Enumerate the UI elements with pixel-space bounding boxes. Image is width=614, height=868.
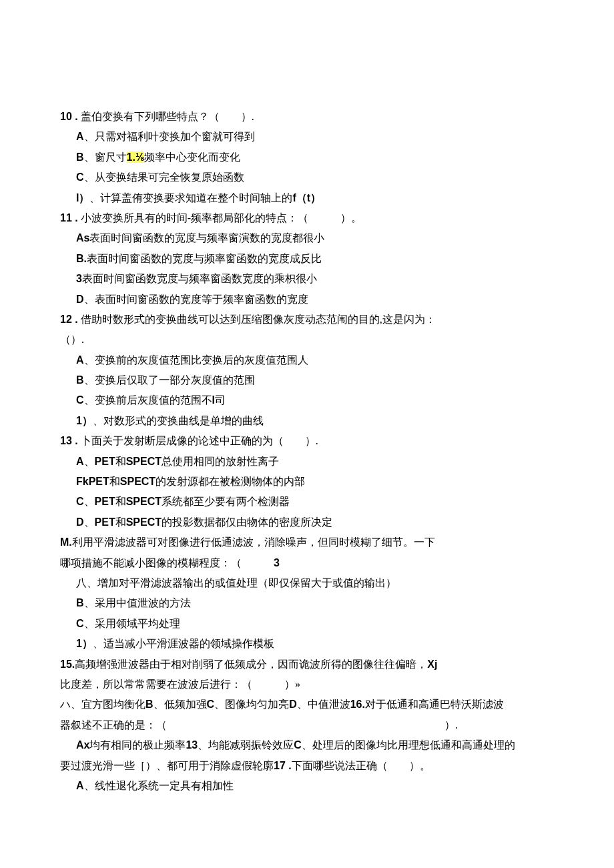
q11-option-c: 3表面时间窗函数宽度与频率窗函数宽度的乘枳很小 bbox=[60, 269, 554, 289]
q11-option-d: D、表面时间窗函数的宽度等于频率窗函数的宽度 bbox=[60, 290, 554, 310]
q14-stem-cont: 哪项措施不能减小图像的模糊程度：（ 3 bbox=[60, 553, 554, 573]
q10-stem: 10 . 盖伯变换有下列哪些特点？（ ）. bbox=[60, 107, 554, 127]
q13-option-a: A、PET和SPECT总使用相同的放射性离子 bbox=[60, 452, 554, 472]
q13-option-c: C、PET和SPECT系统都至少要有两个检测器 bbox=[60, 492, 554, 512]
q12-stem: 12 . 借助时数形式的变换曲线可以达到压缩图像灰度动态范闱的目的,这是闪为： bbox=[60, 310, 554, 330]
q12-option-b: B、变换后仅取了一部分灰度值的范围 bbox=[60, 370, 554, 390]
q14-option-b: B、采用中值泄波的方法 bbox=[60, 593, 554, 613]
q12-stem-cont: （）. bbox=[60, 330, 554, 350]
highlighted-text: 1.⅛ bbox=[127, 151, 145, 163]
q15-stem-cont: 比度差，所以常常需要在波波后进行：（ ）» bbox=[60, 675, 554, 695]
document-page: 10 . 盖伯变换有下列哪些特点？（ ）. A、只需对福利叶变换加个窗就可得到 … bbox=[0, 0, 614, 868]
q16-options: Ax均有相同的极止频率13、均能减弱振铃效应C、处理后的图像均比用理想低通和高通… bbox=[60, 735, 554, 755]
q10-option-b: B、窗尺寸1.⅛频率中心变化而变化 bbox=[60, 147, 554, 167]
q16-q17-line: 要过渡光滑一些［）、都可用于消除虚假轮廓17 .下面哪些说法正确（ ）。 bbox=[60, 756, 554, 776]
q14-option-a: 八、增加对平滑滤波器输出的或值处理（即仅保留大于或值的输出） bbox=[60, 573, 554, 593]
q16-stem-cont: 器叙述不正确的是：（ ）. bbox=[60, 715, 554, 735]
q13-stem: 13 . 卜面关于发射断层成像的论述中正确的为（ ）. bbox=[60, 431, 554, 451]
q14-option-c: C、采用领域平均处理 bbox=[60, 614, 554, 634]
q10-number: 10 . bbox=[60, 111, 78, 122]
q10-option-d: I）、计算盖侑变换要求知道在整个时间轴上的f（t） bbox=[60, 188, 554, 208]
q10-option-a: A、只需对福利叶变换加个窗就可得到 bbox=[60, 127, 554, 147]
q11-option-a: As表面时间窗函数的宽度与频率窗演数的宽度都很小 bbox=[60, 228, 554, 248]
q14-stem: M.利用平滑滤波器可对图像进行低通滤波，消除噪声，但同时模糊了细节。一下 bbox=[60, 532, 554, 552]
q13-option-b: FkPET和SPECT的发射源都在被检测物体的内部 bbox=[60, 472, 554, 492]
q14-option-d: 1）、适当减小平滑涯波器的领域操作模板 bbox=[60, 634, 554, 654]
q15-stem: 15.高频增强泄波器由于相对削弱了低频成分，因而诡波所得的图像往往偏暗，Xj bbox=[60, 655, 554, 675]
q15-q16-options-line: ハ、宜方图均衡化B、低频加强C、图像均匀加亮D、中值泄波16.对于低通和高通巴特… bbox=[60, 695, 554, 715]
q17-option-a: A、线性退化系统一定具有相加性 bbox=[60, 776, 554, 796]
q13-option-d: D、PET和SPECT的投影数据都仅由物体的密度所决定 bbox=[60, 512, 554, 532]
q10-stem-text: 盖伯变换有下列哪些特点？（ ）. bbox=[81, 111, 254, 122]
q12-option-a: A、变换前的灰度值范围比变换后的灰度值范围人 bbox=[60, 350, 554, 370]
q12-option-c: C、变换前后灰度值的范围不I司 bbox=[60, 390, 554, 410]
q11-stem: 11 . 小波变换所具有的时间-频率都局部化的特点：（ ）。 bbox=[60, 208, 554, 228]
q12-option-d: 1）、对数形式的变换曲线是单增的曲线 bbox=[60, 411, 554, 431]
q10-option-c: C、从变换结果可完全恢复原始函数 bbox=[60, 167, 554, 187]
q11-option-b: B.表面时间窗函数的宽度与频率窗函数的宽度成反比 bbox=[60, 249, 554, 269]
